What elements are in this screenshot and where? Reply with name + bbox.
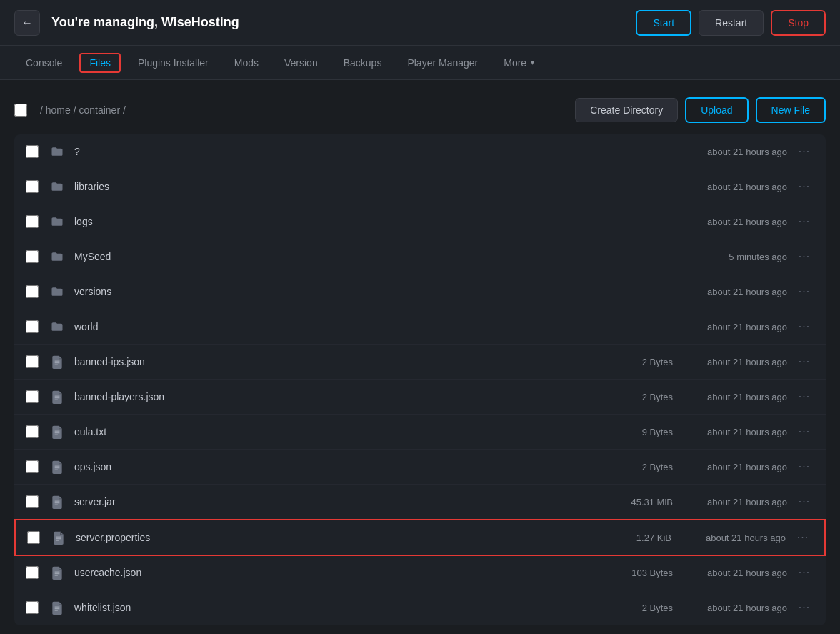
context-menu-button[interactable]: ··· xyxy=(794,320,814,333)
file-checkbox[interactable] xyxy=(26,285,39,298)
file-name: MySeed xyxy=(74,251,587,262)
file-name: libraries xyxy=(74,181,587,192)
context-menu-button[interactable]: ··· xyxy=(793,531,813,544)
list-item[interactable]: server.jar 45.31 MiB about 21 hours ago … xyxy=(14,485,826,520)
list-item[interactable]: eula.txt 9 Bytes about 21 hours ago ··· xyxy=(14,415,826,450)
file-list: ? about 21 hours ago ··· libraries about… xyxy=(14,134,826,625)
file-size: 103 Bytes xyxy=(587,568,673,578)
file-name: logs xyxy=(74,216,587,227)
file-checkbox[interactable] xyxy=(26,215,39,228)
file-checkbox[interactable] xyxy=(27,531,40,544)
new-file-button[interactable]: New File xyxy=(756,97,826,123)
file-time: about 21 hours ago xyxy=(673,287,787,297)
context-menu-button[interactable]: ··· xyxy=(794,425,814,438)
folder-icon xyxy=(49,248,66,265)
header-actions: Start Restart Stop xyxy=(636,10,826,36)
file-size: 2 Bytes xyxy=(587,603,673,613)
list-item[interactable]: banned-ips.json 2 Bytes about 21 hours a… xyxy=(14,345,826,380)
file-icon xyxy=(49,599,66,616)
file-name: versions xyxy=(74,286,587,297)
list-item[interactable]: ? about 21 hours ago ··· xyxy=(14,134,826,169)
files-toolbar: / home / container / Create Directory Up… xyxy=(14,97,826,123)
context-menu-button[interactable]: ··· xyxy=(794,215,814,228)
list-item[interactable]: logs about 21 hours ago ··· xyxy=(14,204,826,239)
create-directory-button[interactable]: Create Directory xyxy=(575,98,678,122)
list-item[interactable]: world about 21 hours ago ··· xyxy=(14,309,826,345)
file-time: about 21 hours ago xyxy=(673,497,787,507)
file-size: 1.27 KiB xyxy=(586,533,671,543)
file-time: about 21 hours ago xyxy=(673,357,787,367)
file-size: 2 Bytes xyxy=(587,392,673,402)
folder-icon xyxy=(49,318,66,335)
file-time: about 21 hours ago xyxy=(671,533,786,543)
file-name: ? xyxy=(74,146,587,157)
file-icon xyxy=(49,423,66,440)
toolbar-buttons: Create Directory Upload New File xyxy=(575,97,826,123)
file-icon xyxy=(49,388,66,405)
context-menu-button[interactable]: ··· xyxy=(794,460,814,473)
file-name: eula.txt xyxy=(74,426,587,437)
folder-icon xyxy=(49,283,66,300)
list-item[interactable]: libraries about 21 hours ago ··· xyxy=(14,169,826,204)
nav-item-player-manager[interactable]: Player Manager xyxy=(396,46,489,80)
list-item[interactable]: usercache.json 103 Bytes about 21 hours … xyxy=(14,555,826,590)
nav-item-mods[interactable]: Mods xyxy=(223,46,270,80)
file-checkbox[interactable] xyxy=(26,495,39,508)
context-menu-button[interactable]: ··· xyxy=(794,250,814,263)
list-item[interactable]: ops.json 2 Bytes about 21 hours ago ··· xyxy=(14,450,826,485)
navigation: Console Files Plugins Installer Mods Ver… xyxy=(0,46,840,80)
context-menu-button[interactable]: ··· xyxy=(794,180,814,193)
file-checkbox[interactable] xyxy=(26,390,39,403)
file-checkbox[interactable] xyxy=(26,180,39,193)
list-item[interactable]: MySeed 5 minutes ago ··· xyxy=(14,239,826,274)
file-size: 2 Bytes xyxy=(587,462,673,472)
file-time: about 21 hours ago xyxy=(673,603,787,613)
more-chevron-icon: ▾ xyxy=(531,59,534,66)
file-size: 2 Bytes xyxy=(587,357,673,367)
select-all-checkbox[interactable] xyxy=(14,104,27,117)
nav-item-more[interactable]: More ▾ xyxy=(492,46,546,80)
list-item[interactable]: versions about 21 hours ago ··· xyxy=(14,274,826,309)
back-button[interactable]: ← xyxy=(14,10,40,36)
context-menu-button[interactable]: ··· xyxy=(794,390,814,403)
context-menu-button[interactable]: ··· xyxy=(794,145,814,158)
start-button[interactable]: Start xyxy=(636,10,691,36)
file-name: ops.json xyxy=(74,461,587,472)
nav-item-plugins[interactable]: Plugins Installer xyxy=(126,46,220,80)
file-checkbox[interactable] xyxy=(26,460,39,473)
list-item[interactable]: server.properties 1.27 KiB about 21 hour… xyxy=(14,519,826,556)
context-menu-button[interactable]: ··· xyxy=(794,495,814,508)
context-menu-button[interactable]: ··· xyxy=(794,601,814,614)
context-menu-button[interactable]: ··· xyxy=(794,355,814,368)
context-menu-button[interactable]: ··· xyxy=(794,566,814,579)
upload-button[interactable]: Upload xyxy=(685,97,748,123)
file-icon xyxy=(49,353,66,370)
file-time: about 21 hours ago xyxy=(673,147,787,157)
file-checkbox[interactable] xyxy=(26,250,39,263)
nav-item-version[interactable]: Version xyxy=(273,46,329,80)
nav-item-console[interactable]: Console xyxy=(14,46,74,80)
list-item[interactable]: whitelist.json 2 Bytes about 21 hours ag… xyxy=(14,590,826,625)
file-checkbox[interactable] xyxy=(26,355,39,368)
breadcrumb: / home / container / xyxy=(14,104,126,117)
file-checkbox[interactable] xyxy=(26,145,39,158)
file-size: 9 Bytes xyxy=(587,427,673,437)
file-size: 45.31 MiB xyxy=(587,497,673,507)
folder-icon xyxy=(49,143,66,160)
file-time: about 21 hours ago xyxy=(673,182,787,192)
file-time: about 21 hours ago xyxy=(673,568,787,578)
file-checkbox[interactable] xyxy=(26,320,39,333)
context-menu-button[interactable]: ··· xyxy=(794,285,814,298)
file-icon xyxy=(50,529,67,546)
nav-item-files[interactable]: Files xyxy=(79,53,121,73)
file-time: about 21 hours ago xyxy=(673,427,787,437)
stop-button[interactable]: Stop xyxy=(771,10,826,36)
file-checkbox[interactable] xyxy=(26,601,39,614)
header: ← You're managing, WiseHosting Start Res… xyxy=(0,0,840,46)
list-item[interactable]: banned-players.json 2 Bytes about 21 hou… xyxy=(14,380,826,415)
nav-item-backups[interactable]: Backups xyxy=(332,46,394,80)
server-title: You're managing, WiseHosting xyxy=(51,15,636,30)
file-checkbox[interactable] xyxy=(26,425,39,438)
restart-button[interactable]: Restart xyxy=(699,10,764,36)
file-checkbox[interactable] xyxy=(26,566,39,579)
